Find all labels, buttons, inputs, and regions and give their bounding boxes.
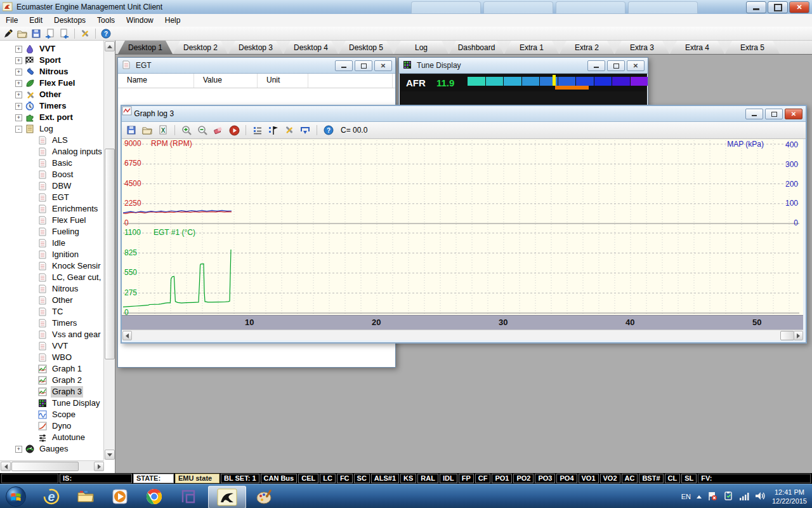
help-icon[interactable]: ? bbox=[322, 124, 335, 137]
tab-desktop-5[interactable]: Desktop 5 bbox=[339, 41, 393, 54]
sidebar-item-vvt[interactable]: VVT bbox=[0, 340, 104, 352]
tools-icon[interactable] bbox=[283, 124, 296, 137]
page-export-icon[interactable] bbox=[58, 28, 70, 39]
sidebar-item-tc[interactable]: TC bbox=[0, 306, 104, 318]
scroll-left-button[interactable] bbox=[1, 462, 11, 471]
sidebar-item-flex-fuel[interactable]: +Flex Fuel bbox=[0, 77, 104, 89]
sidebar-item-gauges[interactable]: +Gauges bbox=[0, 443, 104, 455]
tab-extra-2[interactable]: Extra 2 bbox=[560, 41, 614, 54]
language-indicator[interactable]: EN bbox=[681, 493, 691, 500]
restore-button[interactable] bbox=[607, 60, 625, 71]
tree-expander[interactable]: + bbox=[15, 80, 22, 87]
tree-expander[interactable]: + bbox=[15, 103, 22, 110]
minimize-button[interactable] bbox=[745, 109, 763, 119]
scroll-up-button[interactable] bbox=[105, 41, 115, 51]
tab-desktop-1[interactable]: Desktop 1 bbox=[118, 41, 173, 54]
sidebar-item-basic[interactable]: Basic bbox=[0, 157, 104, 169]
menu-item-tools[interactable]: Tools bbox=[91, 15, 121, 26]
show-hidden-icons[interactable] bbox=[697, 495, 702, 498]
volume-icon[interactable] bbox=[755, 491, 766, 503]
tree-expander[interactable]: + bbox=[15, 446, 22, 453]
sidebar-item-other[interactable]: +Other bbox=[0, 89, 104, 100]
sidebar-item-timers[interactable]: +Timers bbox=[0, 100, 104, 112]
tab-extra-1[interactable]: Extra 1 bbox=[504, 41, 559, 54]
tab-desktop-2[interactable]: Desktop 2 bbox=[173, 41, 228, 54]
tree-expander[interactable]: + bbox=[15, 46, 22, 53]
sidebar-item-timers[interactable]: Timers bbox=[0, 318, 104, 329]
sidebar-item-knock-sensir[interactable]: Knock Sensir bbox=[0, 260, 104, 272]
menu-item-help[interactable]: Help bbox=[159, 15, 187, 26]
scroll-left-button[interactable] bbox=[122, 331, 132, 340]
sidebar-item-flex-fuel[interactable]: Flex Fuel bbox=[0, 215, 104, 226]
tab-dashboard[interactable]: Dashboard bbox=[449, 41, 504, 54]
folder-open-icon[interactable] bbox=[141, 124, 154, 137]
sidebar-item-egt[interactable]: EGT bbox=[0, 192, 104, 203]
sidebar-item-log[interactable]: -Log bbox=[0, 123, 104, 135]
menu-item-edit[interactable]: Edit bbox=[23, 15, 48, 26]
sidebar-item-graph-1[interactable]: Graph 1 bbox=[0, 363, 104, 375]
clamp-icon[interactable] bbox=[299, 124, 311, 137]
sidebar-item-scope[interactable]: Scope bbox=[0, 409, 104, 420]
maximize-button[interactable] bbox=[768, 1, 788, 13]
page-import-icon[interactable] bbox=[44, 28, 56, 39]
minimize-button[interactable] bbox=[335, 60, 353, 71]
tab-desktop-4[interactable]: Desktop 4 bbox=[284, 41, 338, 54]
sidebar-item-dyno[interactable]: Dyno bbox=[0, 420, 104, 432]
graph-horizontal-scrollbar[interactable] bbox=[122, 330, 803, 340]
menu-item-desktops[interactable]: Desktops bbox=[48, 15, 91, 26]
sidebar-item-tune-display[interactable]: Tune Display bbox=[0, 398, 104, 409]
tab-extra-5[interactable]: Extra 5 bbox=[725, 41, 780, 54]
remove-hardware-icon[interactable] bbox=[723, 491, 733, 503]
clock[interactable]: 12:41 PM 12/22/2015 bbox=[772, 488, 807, 505]
sidebar-item-idle[interactable]: Idle bbox=[0, 237, 104, 249]
taskbar-app-ecumaster[interactable] bbox=[208, 486, 246, 508]
disk-icon[interactable] bbox=[125, 124, 138, 137]
taskbar-app-windows-explorer[interactable] bbox=[70, 486, 102, 507]
sidebar-item-graph-3[interactable]: Graph 3 bbox=[0, 386, 104, 398]
tree-vertical-scrollbar[interactable] bbox=[103, 41, 115, 460]
tab-desktop-3[interactable]: Desktop 3 bbox=[228, 41, 283, 54]
sidebar-item-fueling[interactable]: Fueling bbox=[0, 226, 104, 237]
tree-expander[interactable]: + bbox=[15, 69, 22, 76]
eraser-icon[interactable] bbox=[212, 124, 225, 137]
sidebar-item-lc-gear-cut-[interactable]: LC, Gear cut, bbox=[0, 272, 104, 283]
tree-expander[interactable]: + bbox=[15, 114, 22, 121]
sidebar-item-nitrous[interactable]: Nitrous bbox=[0, 283, 104, 295]
minimize-button[interactable] bbox=[746, 1, 766, 13]
close-button[interactable]: ✕ bbox=[627, 60, 645, 71]
tab-log[interactable]: Log bbox=[394, 41, 449, 54]
minimize-button[interactable] bbox=[587, 60, 605, 71]
tune-window-titlebar[interactable]: Tune Display ✕ bbox=[399, 58, 648, 74]
record-icon[interactable] bbox=[228, 124, 240, 137]
sidebar-item-graph-2[interactable]: Graph 2 bbox=[0, 375, 104, 386]
restore-button[interactable] bbox=[765, 109, 783, 119]
network-icon[interactable] bbox=[739, 491, 749, 503]
taskbar-app-purple-app[interactable] bbox=[173, 486, 204, 507]
sidebar-item-vvt[interactable]: +VVT bbox=[0, 43, 104, 55]
excel-icon[interactable]: X bbox=[157, 124, 169, 137]
sidebar-item-other[interactable]: Other bbox=[0, 295, 104, 306]
scroll-right-button[interactable] bbox=[94, 462, 104, 471]
taskbar-app-internet-explorer[interactable]: e bbox=[36, 486, 67, 507]
pen-icon[interactable] bbox=[3, 28, 14, 39]
sidebar-item-dbw[interactable]: DBW bbox=[0, 180, 104, 192]
sidebar-item-vss-and-gear[interactable]: Vss and gear bbox=[0, 329, 104, 340]
graph-window-titlebar[interactable]: Graph log 3 ✕ bbox=[122, 106, 806, 122]
help-icon[interactable]: ? bbox=[100, 28, 112, 39]
sidebar-item-ext-port[interactable]: +Ext. port bbox=[0, 112, 104, 123]
taskbar-app-paint[interactable] bbox=[249, 486, 280, 507]
folder-open-icon[interactable] bbox=[16, 28, 28, 39]
tab-extra-3[interactable]: Extra 3 bbox=[615, 41, 669, 54]
flag-icon[interactable] bbox=[267, 124, 280, 137]
sidebar-item-enrichments[interactable]: Enrichments bbox=[0, 203, 104, 215]
close-button[interactable]: ✕ bbox=[374, 60, 392, 71]
scroll-thumb[interactable] bbox=[780, 331, 794, 340]
sidebar-item-autotune[interactable]: Autotune bbox=[0, 432, 104, 443]
taskbar-app-media-player[interactable] bbox=[104, 486, 136, 507]
zoom-out-icon[interactable] bbox=[196, 124, 209, 137]
sidebar-item-boost[interactable]: Boost bbox=[0, 169, 104, 180]
sidebar-item-ignition[interactable]: Ignition bbox=[0, 249, 104, 260]
graph-chart-area[interactable]: 90006750450022500RPM (RPM)4003002001000M… bbox=[122, 139, 803, 315]
close-button[interactable]: ✕ bbox=[789, 1, 809, 13]
menu-item-file[interactable]: File bbox=[0, 15, 23, 26]
